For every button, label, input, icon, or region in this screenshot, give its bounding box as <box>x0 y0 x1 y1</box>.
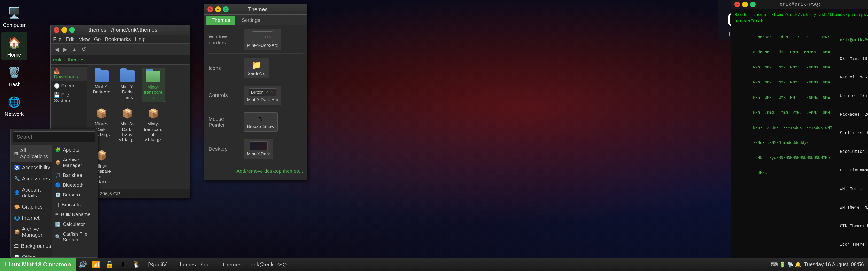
file-minty-transparent[interactable]: Minty-transparent <box>142 68 165 102</box>
mouse-preview[interactable]: ↖ Breeze_Snow <box>244 112 278 132</box>
file-manager-location: erik › .themes <box>51 55 190 65</box>
themes-close-button[interactable]: ✕ <box>208 6 213 12</box>
themes-window-title: Themes <box>248 6 268 12</box>
file-manager-menubar: File Edit View Go Bookmarks Help <box>51 35 190 44</box>
start-button[interactable]: Linux Mint 18 Cinnamon <box>0 258 76 271</box>
cat-office[interactable]: 📄 Office <box>10 252 52 258</box>
trash-label: Trash <box>8 81 21 88</box>
theme-section-mouse: Mouse Pointer ↖ Breeze_Snow <box>209 112 303 135</box>
desktop-icon-computer[interactable]: 🖥️ Computer <box>1 3 27 30</box>
themes-min-button[interactable]: − <box>215 6 221 12</box>
fm-menu-view[interactable]: View <box>79 36 90 42</box>
file-manager-toolbar: ◀ ▶ ▲ ↺ <box>51 44 190 55</box>
maximize-button[interactable]: □ <box>69 27 75 33</box>
file-manager-title: .themes - /home/erik/.themes <box>87 27 157 33</box>
fm-menu-edit[interactable]: Edit <box>66 36 74 42</box>
menu-item-brackets[interactable]: { } Brackets <box>52 200 98 210</box>
desktop-icons: 🖥️ Computer 🏠 Home 🗑️ Trash 🌐 Network <box>0 0 28 122</box>
cat-graphics[interactable]: 🎨 Graphics <box>10 201 52 212</box>
archive-icon: 📦 <box>14 229 20 235</box>
folder-icon <box>95 70 109 82</box>
term-line: MMNso/ dMM .:: .:: .hMN: dddMMMMh dMM .M… <box>735 25 865 256</box>
folder-icon <box>120 70 134 82</box>
cat-accessibility[interactable]: ♿ Accessibility <box>10 162 52 173</box>
minimize-button[interactable]: − <box>61 27 67 33</box>
window-borders-preview[interactable]: − □ ✕ Mint-Y-Dark-Arc <box>244 29 281 50</box>
fm-reload-button[interactable]: ↺ <box>80 45 88 54</box>
menu-item-bluetooth[interactable]: 🔵 Bluetooth <box>52 180 98 190</box>
app-menu-search-area <box>10 129 98 145</box>
taskbar-icon-2[interactable]: 📶 <box>89 258 103 271</box>
fm-menu-bookmarks[interactable]: Bookmarks <box>105 36 131 42</box>
term-line: Random theme '/home/erik/.oh-my-zsh/them… <box>735 12 865 18</box>
menu-item-applets[interactable]: 🧩 Applets <box>52 145 98 155</box>
themes-max-button[interactable]: □ <box>223 6 228 12</box>
desktop-icon-trash[interactable]: 🗑️ Trash <box>1 62 27 90</box>
home-label: Home <box>7 52 21 58</box>
all-apps-icon: ⊞ <box>14 151 18 157</box>
terminal-close[interactable]: ✕ <box>735 2 740 7</box>
backgrounds-icon: 🖼 <box>14 243 19 249</box>
menu-item-archive[interactable]: 📦 Archive Manager <box>52 155 98 170</box>
taskbar-icon-4[interactable]: ⬇ <box>116 258 130 271</box>
fm-forward-button[interactable]: ▶ <box>62 45 69 54</box>
menu-item-catfish[interactable]: 🔍 Catfish File Search <box>52 229 98 243</box>
menu-item-bulk-rename[interactable]: ✏ Bulk Rename <box>52 210 98 219</box>
cat-internet[interactable]: 🌐 Internet <box>10 212 52 224</box>
file-manager-titlebar: ✕ − □ .themes - /home/erik/.themes <box>51 25 190 35</box>
trash-icon: 🗑️ <box>6 64 23 80</box>
fm-back-button[interactable]: ◀ <box>53 45 60 54</box>
taskbar-icon-1[interactable]: 🔊 <box>76 258 89 271</box>
breadcrumb-home[interactable]: erik <box>53 57 61 63</box>
file-minty-v1-targz[interactable]: 📦 Minty-transparent-v1.tar.gz <box>142 105 165 144</box>
mouse-demo: ↖ <box>257 114 264 123</box>
taskbar-icon-3[interactable]: 🔒 <box>103 258 116 271</box>
taskbar-right: ⌨ 🔋 📡 🔔 Tuesday 16 August, 08:56 <box>766 262 868 268</box>
taskbar-item-spotify[interactable]: [Spotify] <box>143 258 172 271</box>
terminal-min[interactable]: − <box>742 2 748 7</box>
search-input[interactable] <box>13 131 95 142</box>
taskbar-item-terminal[interactable]: erik@erik-PSQ... <box>246 258 296 271</box>
close-button[interactable]: ✕ <box>54 27 59 33</box>
taskbar-clock[interactable]: Tuesday 16 August, 08:56 <box>804 262 864 267</box>
taskbar-item-themes[interactable]: Themes <box>217 258 246 271</box>
menu-item-calculator[interactable]: 🔢 Calculator <box>52 219 98 229</box>
taskbar-item-themes-dir[interactable]: .themes - /ho... <box>172 258 217 271</box>
sidebar-filesystem[interactable]: 💾 File System <box>51 90 87 105</box>
sidebar-recent[interactable]: 🕐 Recent <box>51 81 87 90</box>
terminal-max[interactable]: □ <box>750 2 755 7</box>
fm-menu-go[interactable]: Go <box>94 36 101 42</box>
tab-settings[interactable]: Settings <box>237 16 265 25</box>
breadcrumb-themes[interactable]: .themes <box>66 57 85 63</box>
network-icon: 🌐 <box>6 94 23 110</box>
fm-menu-help[interactable]: Help <box>135 36 146 42</box>
file-mint-y-dark-arc[interactable]: Mint-Y-Dark-Arc <box>90 68 113 102</box>
themes-controls: ✕ − □ <box>208 6 228 12</box>
cat-archive[interactable]: 📦 Archive Manager <box>10 224 52 241</box>
add-remove-link[interactable]: Add/remove desktop themes... <box>209 166 303 176</box>
taskbar-icon-5[interactable]: 🐧 <box>130 258 143 271</box>
file-trans-v1-targz[interactable]: 📦 Mint-Y-Dark-Trans-v1.tar.gz <box>116 105 139 144</box>
tab-themes[interactable]: Themes <box>207 16 235 25</box>
taskbar: Linux Mint 18 Cinnamon 🔊 📶 🔒 ⬇ 🐧 [Spotif… <box>0 258 868 271</box>
desktop-preview[interactable]: Mint-Y-Dark <box>244 139 273 159</box>
file-mint-y-dark-trans[interactable]: Mint-Y-Dark-Trans <box>116 68 139 102</box>
fm-menu-file[interactable]: File <box>53 36 61 42</box>
desktop-icon-home[interactable]: 🏠 Home <box>1 32 27 60</box>
cat-accessories[interactable]: 🔧 Accessories <box>10 173 52 184</box>
controls-preview[interactable]: Button ✓ ✕ Mint-Y-Dark-Arc <box>244 86 281 105</box>
icons-preview[interactable]: 📁 Sardi Arc <box>244 58 270 78</box>
sidebar-downloads[interactable]: 📥 Downloads <box>51 67 87 81</box>
desktop-icon-network[interactable]: 🌐 Network <box>1 92 27 119</box>
fm-up-button[interactable]: ▲ <box>70 45 79 54</box>
cat-all-applications[interactable]: ⊞ All Applications <box>10 145 52 162</box>
menu-item-banshee[interactable]: 🎵 Banshee <box>52 170 98 180</box>
cat-account[interactable]: 👤 Account details <box>10 184 52 201</box>
graphics-icon: 🎨 <box>14 204 20 210</box>
theme-section-controls: Controls Button ✓ ✕ Mint-Y-Dark-Arc <box>209 86 303 108</box>
app-menu-body: ⊞ All Applications ♿ Accessibility 🔧 Acc… <box>10 145 98 258</box>
cat-backgrounds[interactable]: 🖼 Backgrounds <box>10 241 52 252</box>
term-line: screenfetch [8:56:27] <box>735 18 865 25</box>
icons-demo: 📁 <box>251 60 262 70</box>
menu-item-brasero[interactable]: 💿 Brasero <box>52 190 98 200</box>
